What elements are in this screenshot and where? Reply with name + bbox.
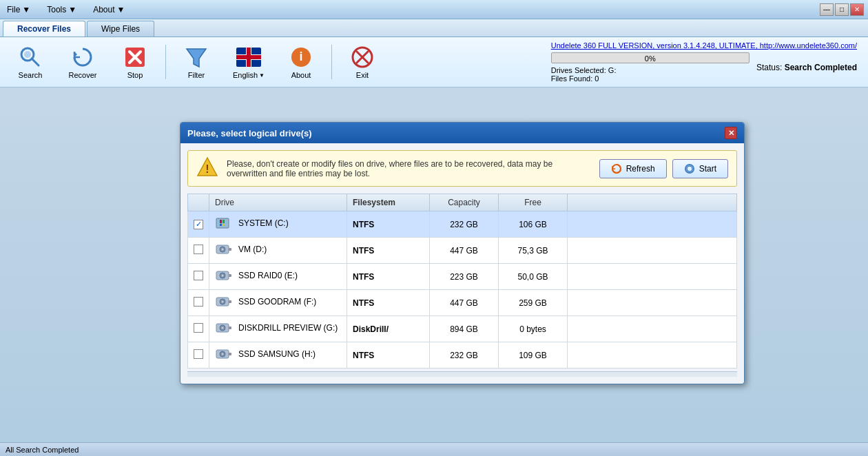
dialog-title: Please, select logical drive(s) <box>187 128 312 138</box>
progress-text: 0% <box>552 53 749 63</box>
table-row[interactable]: SSD GOODRAM (F:)NTFS447 GB259 GB <box>188 290 737 316</box>
warning-banner: ! Please, don't create or modify files o… <box>187 150 737 187</box>
drive-extra-e <box>568 264 737 290</box>
drive-extra-c <box>568 211 737 238</box>
table-row[interactable]: VM (D:)NTFS447 GB75,3 GB <box>188 238 737 264</box>
filter-button[interactable]: Filter <box>172 41 221 83</box>
svg-rect-47 <box>229 353 231 355</box>
files-found: Files Found: 0 <box>551 74 750 83</box>
drive-checkbox-f[interactable] <box>194 297 203 307</box>
svg-text:!: ! <box>205 163 209 175</box>
drive-extra-g <box>568 316 737 342</box>
start-button[interactable]: Start <box>672 159 728 178</box>
menu-about[interactable]: About ▼ <box>90 3 127 16</box>
drive-capacity-h: 232 GB <box>430 342 499 369</box>
drive-free-c: 106 GB <box>499 211 568 238</box>
menu-tools[interactable]: Tools ▼ <box>44 3 79 16</box>
col-header-filesystem: Filesystem <box>347 194 430 211</box>
about-icon: i <box>289 45 313 70</box>
dialog-body: ! Please, don't create or modify files o… <box>180 143 744 384</box>
drive-filesystem-e: NTFS <box>347 264 430 290</box>
stop-button[interactable]: Stop <box>110 41 160 83</box>
svg-rect-43 <box>229 327 231 329</box>
version-link[interactable]: Undelete 360 FULL VERSION, version 3.1.4… <box>551 41 857 50</box>
english-icon <box>236 45 261 70</box>
drive-filesystem-d: NTFS <box>347 238 430 264</box>
col-header-free: Free <box>499 194 568 211</box>
svg-rect-25 <box>223 220 225 223</box>
maximize-button[interactable]: □ <box>835 3 849 16</box>
table-row[interactable]: SYSTEM (C:)NTFS232 GB106 GB <box>188 211 737 238</box>
drive-select-dialog: Please, select logical drive(s) ✕ ! Plea… <box>180 122 745 384</box>
drive-checkbox-h[interactable] <box>194 349 203 359</box>
refresh-button[interactable]: Refresh <box>599 159 667 178</box>
col-header-drive: Drive <box>209 194 347 211</box>
col-header-check <box>188 194 209 211</box>
drive-table: Drive Filesystem Capacity Free SYSTEM (C… <box>187 194 737 369</box>
table-row[interactable]: SSD SAMSUNG (H:)NTFS232 GB109 GB <box>188 342 737 369</box>
drive-filesystem-h: NTFS <box>347 342 430 369</box>
about-button[interactable]: i About <box>276 41 326 83</box>
drive-checkbox-g[interactable] <box>194 323 203 333</box>
svg-point-30 <box>222 249 224 251</box>
drive-free-g: 0 bytes <box>499 316 568 342</box>
dialog-close-button[interactable]: ✕ <box>725 127 737 139</box>
menu-file[interactable]: File ▼ <box>4 3 33 16</box>
drive-capacity-d: 447 GB <box>430 238 499 264</box>
svg-line-1 <box>32 59 39 65</box>
minimize-button[interactable]: — <box>820 3 834 16</box>
svg-point-21 <box>687 166 692 172</box>
drive-name-h: SSD SAMSUNG (H:) <box>209 342 347 369</box>
svg-point-2 <box>24 51 31 58</box>
drives-selected: Drives Selected: G: <box>551 66 750 74</box>
start-icon <box>684 163 695 174</box>
svg-rect-26 <box>220 224 222 226</box>
tab-wipe-files[interactable]: Wipe Files <box>87 21 154 37</box>
drive-checkbox-e[interactable] <box>194 271 203 280</box>
table-row[interactable]: SSD RAID0 (E:)NTFS223 GB50,0 GB <box>188 264 737 290</box>
dialog-actions: Refresh Start <box>599 159 728 178</box>
status-text: Status: Search Completed <box>756 63 857 72</box>
search-button[interactable]: Search <box>6 41 55 83</box>
drive-name-c: SYSTEM (C:) <box>209 211 347 238</box>
svg-rect-39 <box>229 300 231 303</box>
drive-extra-h <box>568 342 737 369</box>
drive-capacity-c: 232 GB <box>430 211 499 238</box>
drive-checkbox-c[interactable] <box>194 220 203 229</box>
svg-point-34 <box>222 275 224 277</box>
col-header-extra <box>568 194 737 211</box>
menu-bar: File ▼ Tools ▼ About ▼ <box>4 3 127 16</box>
dialog-titlebar: Please, select logical drive(s) ✕ <box>180 123 744 143</box>
close-button[interactable]: ✕ <box>850 3 864 16</box>
progress-bar: 0% <box>551 52 750 63</box>
drive-free-h: 109 GB <box>499 342 568 369</box>
svg-marker-6 <box>187 49 206 67</box>
drive-capacity-g: 894 GB <box>430 316 499 342</box>
svg-text:i: i <box>299 50 302 63</box>
drive-free-e: 50,0 GB <box>499 264 568 290</box>
svg-rect-24 <box>220 220 222 223</box>
english-button[interactable]: English ▼ <box>224 41 273 83</box>
drive-checkbox-d[interactable] <box>194 245 203 254</box>
bottom-status-text: All Search Completed <box>6 446 79 454</box>
exit-icon <box>350 45 375 70</box>
title-bar: File ▼ Tools ▼ About ▼ — □ ✕ <box>0 0 868 19</box>
window-controls: — □ ✕ <box>820 3 864 16</box>
drive-capacity-f: 447 GB <box>430 290 499 316</box>
main-content: Please, select logical drive(s) ✕ ! Plea… <box>0 87 868 456</box>
refresh-icon <box>611 163 622 174</box>
tab-bar: Recover Files Wipe Files <box>0 19 868 37</box>
warning-icon: ! <box>196 156 218 180</box>
status-area: Undelete 360 FULL VERSION, version 3.1.4… <box>546 40 862 84</box>
drive-extra-f <box>568 290 737 316</box>
exit-button[interactable]: Exit <box>338 41 387 83</box>
recover-button[interactable]: Recover <box>58 41 107 83</box>
table-scrollbar[interactable] <box>187 371 737 377</box>
tab-recover-files[interactable]: Recover Files <box>3 21 85 37</box>
col-header-capacity: Capacity <box>430 194 499 211</box>
svg-point-38 <box>222 301 224 303</box>
drive-free-f: 259 GB <box>499 290 568 316</box>
table-row[interactable]: DISKDRILL PREVIEW (G:)DiskDrill/894 GB0 … <box>188 316 737 342</box>
stop-icon <box>123 45 147 70</box>
svg-rect-35 <box>229 274 231 277</box>
